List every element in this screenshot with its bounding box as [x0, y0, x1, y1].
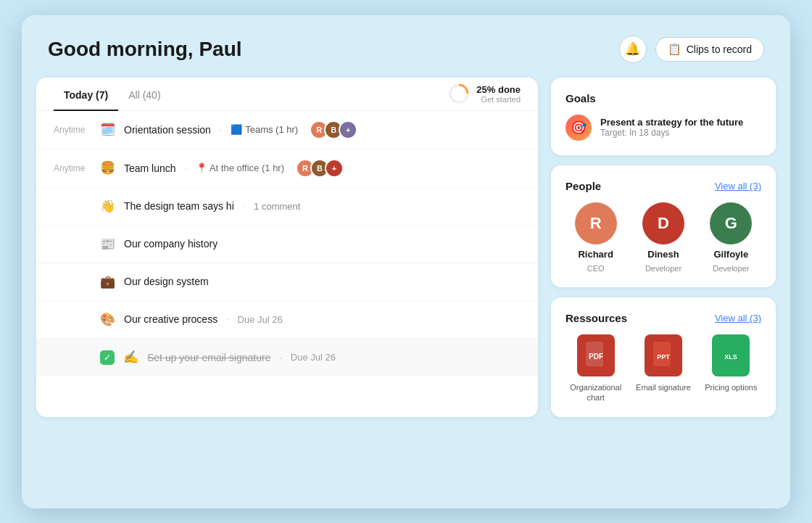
task-name: The design team says hi	[124, 200, 234, 212]
task-checkbox-done: ✓	[100, 350, 115, 365]
clip-icon: 📋	[668, 43, 682, 56]
left-panel: Today (7) All (40) 25% done Get started	[36, 78, 538, 418]
progress-text: 25% done Get started	[476, 84, 521, 104]
resources-grid: PDF Organizational chart PPT	[566, 334, 761, 403]
svg-text:XLS: XLS	[725, 353, 738, 361]
person-role: CEO	[587, 264, 605, 273]
svg-text:PDF: PDF	[589, 353, 603, 361]
progress-percent: 25% done	[476, 84, 521, 95]
teams-icon: 🟦	[231, 124, 242, 135]
avatar: +	[339, 120, 357, 139]
task-icon: 🎨	[100, 312, 115, 327]
svg-text:PPT: PPT	[657, 353, 670, 361]
pdf-file-icon: PDF	[584, 342, 608, 369]
resource-label: Organizational chart	[566, 382, 626, 403]
clips-button[interactable]: 📋 Clips to record	[655, 37, 764, 62]
person-card[interactable]: D Dinesh Developer	[633, 202, 693, 273]
task-row[interactable]: ✓ ✍️ Set up your email signature · Due J…	[36, 339, 538, 376]
progress-sublabel: Get started	[476, 95, 521, 104]
person-role: Developer	[713, 264, 749, 273]
progress-area: 25% done Get started	[447, 82, 521, 105]
resources-header: Ressources View all (3)	[566, 312, 761, 324]
clips-label: Clips to record	[687, 44, 752, 55]
tabs-bar: Today (7) All (40) 25% done Get started	[36, 78, 538, 111]
greeting: Good morning, Paul	[48, 38, 242, 61]
task-name: Our creative process	[124, 313, 218, 325]
task-row[interactable]: 💼 Our design system	[36, 263, 538, 301]
teams-label: Teams (1 hr)	[245, 124, 298, 135]
resource-label: Pricing options	[705, 382, 757, 392]
person-avatar: D	[642, 202, 684, 244]
resource-card[interactable]: PPT Email signature	[633, 334, 693, 403]
location-icon: 📍	[196, 162, 207, 173]
tab-all[interactable]: All (40)	[118, 78, 170, 111]
person-card[interactable]: G Gilfoyle Developer	[701, 202, 761, 273]
task-row[interactable]: 👋 The design team says hi · 1 comment	[36, 188, 538, 226]
resource-label: Email signature	[636, 382, 691, 392]
person-card[interactable]: R Richard CEO	[566, 202, 626, 273]
task-dot: ·	[243, 201, 245, 211]
goal-icon: 🎯	[566, 115, 592, 141]
people-header: People View all (3)	[566, 180, 761, 192]
task-icon: 💼	[100, 274, 115, 289]
task-name: Team lunch	[124, 162, 176, 174]
task-avatars: R B +	[296, 159, 344, 178]
task-dot: ·	[226, 314, 228, 324]
task-avatars: R B +	[310, 120, 357, 139]
task-row[interactable]: Anytime 🗓️ Orientation session · 🟦 Teams…	[36, 111, 538, 149]
xls-file-icon: XLS	[719, 342, 742, 369]
resources-card: Ressources View all (3) PDF Organization…	[551, 297, 776, 418]
bell-button[interactable]: 🔔	[619, 36, 647, 63]
resources-view-all[interactable]: View all (3)	[715, 313, 761, 324]
right-panel: Goals 🎯 Present a strategy for the futur…	[551, 78, 776, 418]
location-label: At the office (1 hr)	[210, 162, 284, 173]
people-card: People View all (3) R Richard CEO D Dine…	[551, 165, 776, 287]
task-row[interactable]: Anytime 🍔 Team lunch · 📍 At the office (…	[36, 149, 538, 188]
header: Good morning, Paul 🔔 📋 Clips to record	[22, 15, 790, 78]
ppt-file-icon: PPT	[652, 342, 675, 369]
person-name: Dinesh	[647, 249, 679, 260]
resource-card[interactable]: XLS Pricing options	[701, 334, 761, 403]
main-content: Today (7) All (40) 25% done Get started	[22, 78, 790, 432]
task-comment: 1 comment	[254, 201, 300, 212]
task-name: Our company history	[124, 238, 218, 250]
people-grid: R Richard CEO D Dinesh Developer G Gilfo…	[566, 202, 761, 273]
bell-icon: 🔔	[625, 41, 640, 57]
header-actions: 🔔 📋 Clips to record	[619, 36, 764, 63]
task-icon: 📰	[100, 236, 115, 252]
app-window: Good morning, Paul 🔔 📋 Clips to record T…	[22, 15, 790, 508]
task-due: Due Jul 26	[238, 314, 283, 325]
people-title: People	[566, 180, 601, 192]
task-name-done: Set up your email signature	[147, 352, 270, 363]
resource-icon-xls: XLS	[712, 334, 750, 376]
goal-info: Present a strategy for the future Target…	[600, 117, 743, 138]
task-icon: 🍔	[100, 160, 115, 176]
resource-card[interactable]: PDF Organizational chart	[566, 334, 626, 403]
tab-today[interactable]: Today (7)	[54, 78, 118, 111]
task-location: 📍 At the office (1 hr)	[196, 162, 284, 173]
task-due: Due Jul 26	[291, 352, 336, 363]
resource-icon-ppt: PPT	[645, 334, 682, 376]
person-name: Richard	[578, 249, 613, 260]
task-icon: 👋	[100, 199, 115, 214]
goal-item[interactable]: 🎯 Present a strategy for the future Targ…	[566, 115, 761, 141]
task-row[interactable]: 🎨 Our creative process · Due Jul 26	[36, 301, 538, 339]
people-view-all[interactable]: View all (3)	[715, 181, 761, 192]
goals-title: Goals	[566, 92, 761, 104]
person-role: Developer	[645, 264, 682, 273]
resource-icon-pdf: PDF	[577, 334, 615, 376]
resources-title: Ressources	[566, 312, 627, 324]
person-avatar: G	[710, 202, 752, 244]
goal-text: Present a strategy for the future	[600, 117, 743, 128]
task-time: Anytime	[54, 163, 91, 173]
task-icon: 🗓️	[100, 122, 115, 137]
tasks-list: Anytime 🗓️ Orientation session · 🟦 Teams…	[36, 111, 538, 376]
task-dot: ·	[220, 125, 222, 135]
task-name: Orientation session	[124, 124, 211, 136]
task-row[interactable]: 📰 Our company history	[36, 226, 538, 263]
person-avatar: R	[575, 202, 617, 244]
task-teams: 🟦 Teams (1 hr)	[231, 124, 298, 135]
task-name: Our design system	[124, 276, 209, 287]
person-name: Gilfoyle	[713, 249, 748, 260]
task-dot: ·	[185, 163, 187, 173]
